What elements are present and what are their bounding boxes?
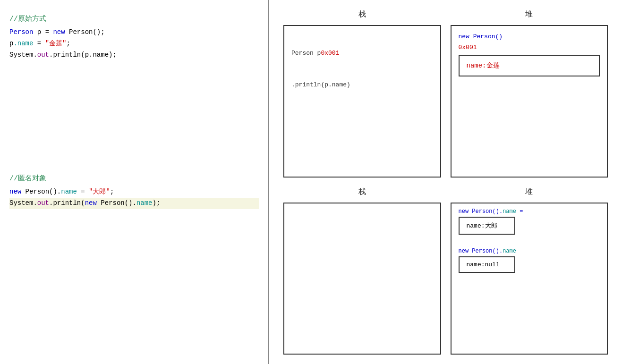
heap-new-person-label: new Person() [459, 33, 600, 40]
heap-bottom-inner-2: name:null [459, 256, 515, 273]
code-text: Person() [469, 33, 503, 40]
str-jinlian: "金莲" [45, 40, 67, 47]
kw-name-b2: name [503, 248, 516, 254]
comment-anonymous: //匿名对象 [9, 174, 259, 183]
kw-name-1: .name [13, 40, 33, 47]
kw-out-2: out [37, 199, 49, 207]
kw-new-b2: new Person(). [459, 248, 503, 254]
comment-original: //原始方式 [9, 14, 259, 23]
stack-bottom-box [283, 203, 441, 355]
kw-new-1: new [53, 28, 65, 36]
code-line-4: new Person().name = "大郎"; [9, 186, 259, 198]
kw-out-1: out [37, 51, 49, 59]
right-panel: 栈 Person p 0x001 .println(p.name) 堆 new … [269, 0, 622, 364]
stack-top-label: 栈 [358, 9, 366, 19]
heap-inner-box: name:金莲 [459, 55, 600, 76]
code-line-1: Person p = new Person(); [9, 27, 259, 38]
heap-bottom-box: new Person().name = name:大郎 new Person()… [451, 203, 608, 355]
stack-person-label: Person p [291, 50, 321, 57]
code-text: ; [110, 188, 114, 195]
heap-addr-label: 0x001 [459, 44, 600, 51]
code-line-2: p.name = "金莲"; [9, 38, 259, 50]
kw-new-heap: new [459, 33, 469, 40]
heap-bottom-row-2: new Person().name name:null [459, 248, 600, 273]
kw-new-b1: new Person(). [459, 208, 503, 215]
heap-top-box: new Person() 0x001 name:金莲 [451, 25, 608, 178]
code-text: System. [9, 199, 37, 207]
heap-bottom-label-1: new Person().name = [459, 208, 600, 215]
code-section-anonymous: //匿名对象 new Person().name = "大郎"; System.… [9, 174, 259, 209]
top-diagrams: 栈 Person p 0x001 .println(p.name) 堆 new … [283, 9, 608, 178]
left-panel: //原始方式 Person p = new Person(); p.name =… [0, 0, 269, 364]
code-text: .println(p.name); [49, 51, 117, 59]
code-text: ); [153, 199, 161, 207]
kw-name-b1: name [503, 208, 516, 215]
code-text: = [516, 208, 523, 215]
stack-top: 栈 Person p 0x001 .println(p.name) [283, 9, 441, 178]
heap-bottom: 堆 new Person().name = name:大郎 new Person… [451, 187, 608, 355]
heap-bottom-row-1: new Person().name = name:大郎 [459, 208, 600, 235]
stack-addr: 0x001 [321, 50, 339, 57]
kw-new-2: new [9, 188, 21, 195]
heap-bottom-label-2: new Person().name [459, 248, 600, 254]
stack-bottom: 栈 [283, 187, 441, 355]
code-line-5: System.out.println(new Person().name); [9, 198, 259, 209]
str-dalang: "大郎" [89, 188, 110, 195]
code-text: Person(). [21, 188, 61, 195]
heap-top-label: 堆 [525, 9, 533, 19]
heap-top: 堆 new Person() 0x001 name:金莲 [451, 9, 608, 178]
code-text: Person(). [97, 199, 136, 207]
heap-bottom-inner-1: name:大郎 [459, 217, 515, 235]
kw-person: Person [9, 28, 33, 36]
code-line-3: System.out.println(p.name); [9, 50, 259, 61]
kw-new-3: new [85, 199, 97, 207]
stack-top-box: Person p 0x001 .println(p.name) [283, 25, 441, 178]
code-text: System. [9, 51, 37, 59]
stack-person-row: Person p 0x001 [291, 50, 433, 57]
code-section-original: //原始方式 Person p = new Person(); p.name =… [9, 14, 259, 60]
kw-name-3: name [136, 199, 153, 207]
stack-bottom-label: 栈 [358, 187, 366, 197]
code-text: = [33, 40, 45, 47]
kw-name-2: name [61, 188, 77, 195]
heap-bottom-label: 堆 [525, 187, 533, 197]
code-text: = [77, 188, 89, 195]
bottom-diagrams: 栈 堆 new Person().name = name:大郎 new Pers… [283, 187, 608, 355]
stack-println-row: .println(p.name) [291, 80, 433, 89]
stack-println-label: .println(p.name) [291, 81, 350, 88]
code-text: ; [66, 40, 70, 47]
code-text: p = [33, 28, 53, 36]
code-text: Person(); [65, 28, 105, 36]
code-text: .println( [49, 199, 85, 207]
